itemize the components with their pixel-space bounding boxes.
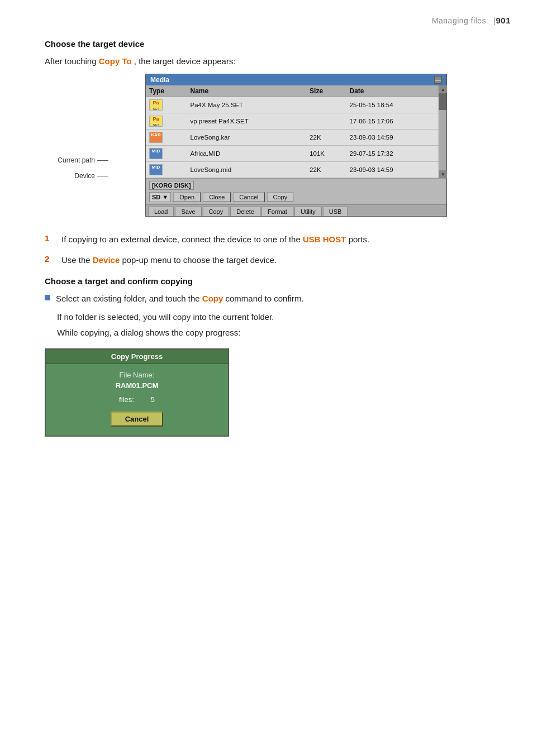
tab-format[interactable]: Format [261, 207, 293, 216]
file-name-label: File Name: [57, 371, 217, 379]
device-select[interactable]: SD ▼ [149, 192, 171, 202]
page-number: 901 [496, 16, 511, 25]
step-2-prefix: Use the [61, 255, 91, 265]
intro-highlight: Copy To [99, 56, 132, 66]
cancel-button[interactable]: Cancel [233, 192, 264, 202]
sub-para-1: If no folder is selected, you will copy … [57, 311, 469, 324]
file-table-header: Type Name Size Date [146, 85, 439, 97]
tab-copy[interactable]: Copy [203, 207, 230, 216]
bullet-text: Select an existing folder, and touch the… [56, 293, 304, 305]
bullet-prefix: Select an existing folder, and touch the [56, 294, 200, 303]
step-1-prefix: If copying to an external device, connec… [61, 235, 301, 244]
media-titlebar: Media — [146, 74, 446, 85]
col-size: Size [306, 85, 346, 97]
tab-utility[interactable]: Utility [294, 207, 322, 216]
section2-heading: Choose a target and confirm copying [45, 276, 469, 286]
step-1-highlight: USB HOST [303, 235, 346, 244]
file-name-cell: LoveSong.mid [187, 162, 307, 178]
scrollbar-up-arrow[interactable]: ▲ [439, 85, 447, 93]
tab-load[interactable]: Load [148, 207, 174, 216]
copy-button[interactable]: Copy [267, 192, 294, 202]
file-type-cell: PaSET [146, 97, 187, 113]
annotation-line-device [97, 176, 108, 176]
copy-progress-cancel-button[interactable]: Cancel [111, 412, 164, 427]
step-1-text: If copying to an external device, connec… [61, 233, 369, 246]
scrollbar-thumb[interactable] [439, 93, 446, 110]
step-2-suffix: pop-up menu to choose the target device. [122, 255, 277, 265]
device-annotation: Device [74, 172, 108, 180]
file-date-cell: 23-09-03 14:59 [346, 130, 439, 146]
copy-progress-body: File Name: RAM01.PCM files: 5 Cancel [46, 364, 228, 436]
intro-suffix: , the target device appears: [134, 56, 236, 66]
col-type: Type [146, 85, 187, 97]
step-1-number: 1 [45, 233, 55, 243]
file-date-cell: 17-06-15 17:06 [346, 113, 439, 130]
section1-heading: Choose the target device [45, 39, 469, 49]
file-size-cell: 22K [306, 130, 346, 146]
file-type-cell: MID [146, 146, 187, 162]
files-row: files: 5 [57, 395, 217, 404]
mid-icon-1: MID [149, 148, 163, 159]
media-title: Media [150, 76, 169, 84]
open-button[interactable]: Open [173, 192, 201, 202]
file-size-cell [306, 97, 346, 113]
page-section-label: Managing files [432, 16, 486, 25]
media-tabs-row: Load Save Copy Delete Format Utility USB [146, 204, 446, 216]
mid-icon-2: MID [149, 164, 163, 175]
annotation-line-current [97, 160, 108, 161]
table-row[interactable]: PaSET Pa4X May 25.SET 25-05-15 18:54 [146, 97, 439, 113]
steps-list: 1 If copying to an external device, conn… [45, 233, 469, 266]
device-value: SD [152, 194, 160, 200]
file-type-cell: PaSET [146, 113, 187, 130]
current-path-label: Current path [58, 156, 95, 164]
tab-delete[interactable]: Delete [230, 207, 260, 216]
step-2: 2 Use the Device pop-up menu to choose t… [45, 254, 469, 267]
scrollbar-track[interactable]: ▲ ▼ [439, 85, 446, 178]
file-date-cell: 25-05-15 18:54 [346, 97, 439, 113]
kar-icon-1: KAR [149, 132, 163, 143]
copy-progress-dialog: Copy Progress File Name: RAM01.PCM files… [45, 348, 229, 437]
file-table-wrapper: Type Name Size Date PaSET Pa4X May 25.SE… [146, 85, 446, 178]
close-button[interactable]: Close [203, 192, 231, 202]
bullet-highlight: Copy [202, 294, 223, 303]
annotation-side: Current path Device [45, 74, 112, 188]
pa-icon-1: PaSET [149, 99, 163, 111]
tab-save[interactable]: Save [175, 207, 201, 216]
device-label: Device [74, 172, 95, 180]
col-name: Name [187, 85, 307, 97]
media-path-value: [KORG DISK] [149, 181, 194, 190]
copy-progress-title: Copy Progress [46, 350, 228, 364]
current-path-annotation: Current path [58, 156, 108, 164]
scrollbar-down-arrow[interactable]: ▼ [439, 170, 447, 178]
file-name-cell: LoveSong.kar [187, 130, 307, 146]
step-1: 1 If copying to an external device, conn… [45, 233, 469, 246]
pa-icon-2: PaSET [149, 116, 163, 127]
files-value: 5 [151, 395, 155, 404]
media-dialog: Media — Type Name Size Date [145, 74, 447, 217]
media-bottom-bar: [KORG DISK] SD ▼ Open Close Cancel Copy [146, 178, 446, 204]
file-date-cell: 29-07-15 17:32 [346, 146, 439, 162]
media-close-btn[interactable]: — [434, 76, 442, 84]
bullet-square [45, 295, 50, 300]
table-row[interactable]: MID LoveSong.mid 22K 23-09-03 14:59 [146, 162, 439, 178]
bullet-suffix: command to confirm. [226, 294, 304, 303]
bullet-list: Select an existing folder, and touch the… [45, 293, 469, 305]
sub-para-2: While copying, a dialog shows the copy p… [57, 327, 469, 339]
files-label: files: [119, 395, 134, 404]
table-row[interactable]: PaSET vp preset Pa4X.SET 17-06-15 17:06 [146, 113, 439, 130]
dialog-outer: Current path Device Media — Type [45, 74, 469, 227]
table-row[interactable]: MID Africa.MID 101K 29-07-15 17:32 [146, 146, 439, 162]
file-date-cell: 23-09-03 14:59 [346, 162, 439, 178]
file-name-value: RAM01.PCM [57, 381, 217, 390]
file-type-cell: KAR [146, 130, 187, 146]
file-name-cell: vp preset Pa4X.SET [187, 113, 307, 130]
file-name-cell: Pa4X May 25.SET [187, 97, 307, 113]
file-name-cell: Africa.MID [187, 146, 307, 162]
tab-usb[interactable]: USB [323, 207, 348, 216]
table-row[interactable]: KAR LoveSong.kar 22K 23-09-03 14:59 [146, 130, 439, 146]
media-btn-row: SD ▼ Open Close Cancel Copy [149, 192, 443, 202]
step-2-number: 2 [45, 254, 55, 264]
file-size-cell [306, 113, 346, 130]
bullet-item-1: Select an existing folder, and touch the… [45, 293, 469, 305]
file-table-body: PaSET Pa4X May 25.SET 25-05-15 18:54 PaS… [146, 97, 439, 178]
